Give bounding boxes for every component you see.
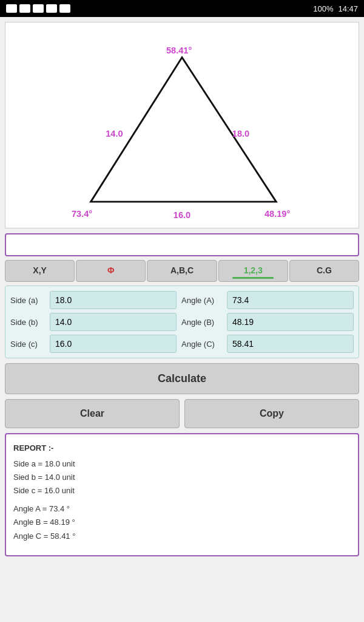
calculate-button[interactable]: Calculate <box>5 363 359 394</box>
angle-c-input[interactable] <box>227 335 354 353</box>
field-row-b: Side (b) Angle (B) <box>10 313 354 331</box>
side-a-input[interactable] <box>50 291 177 309</box>
time-display: 14:47 <box>338 4 358 13</box>
tab-row: X,Y Φ A,B,C 1,2,3 C.G <box>5 260 359 282</box>
battery-indicator: 100% <box>313 4 333 13</box>
status-icon-1 <box>6 4 17 13</box>
tab-xy[interactable]: X,Y <box>5 260 75 282</box>
side-b-label: Side (b) <box>10 318 50 327</box>
triangle-diagram: 58.41° 14.0 18.0 16.0 73.4° 48.19° <box>5 22 359 228</box>
angle-bottom-left-label: 73.4° <box>72 209 92 219</box>
status-bar: 100% 14:47 <box>0 0 364 17</box>
side-a-label: Side (a) <box>10 296 50 305</box>
side-right-label: 18.0 <box>232 129 249 138</box>
tab-cg[interactable]: C.G <box>289 260 359 282</box>
report-side-b: Sied b = 14.0 unit <box>13 471 351 484</box>
report-angle-c: Angle C = 58.41 ° <box>13 530 351 543</box>
report-side-c: Side c = 16.0 unit <box>13 484 351 497</box>
clear-button[interactable]: Clear <box>5 399 180 428</box>
input-bar[interactable] <box>5 233 359 256</box>
side-b-input[interactable] <box>50 313 177 331</box>
status-icons <box>6 4 70 13</box>
report-section-sides: Side a = 18.0 unit Sied b = 14.0 unit Si… <box>13 457 351 497</box>
report-angle-b: Angle B = 48.19 ° <box>13 516 351 529</box>
angle-bottom-right-label: 48.19° <box>265 209 290 219</box>
report-section-angles: Angle A = 73.4 ° Angle B = 48.19 ° Angle… <box>13 502 351 542</box>
side-left-label: 14.0 <box>106 129 123 138</box>
angle-b-input[interactable] <box>227 313 354 331</box>
report-title: REPORT :- <box>13 442 351 455</box>
side-c-input[interactable] <box>50 335 177 353</box>
status-icon-2 <box>19 4 30 13</box>
tab-abc[interactable]: A,B,C <box>147 260 217 282</box>
angle-a-input[interactable] <box>227 291 354 309</box>
field-row-a: Side (a) Angle (A) <box>10 291 354 309</box>
report-side-a: Side a = 18.0 unit <box>13 457 351 471</box>
report-angle-a: Angle A = 73.4 ° <box>13 502 351 516</box>
status-icon-4 <box>46 4 57 13</box>
action-row: Clear Copy <box>5 399 359 428</box>
side-bottom-label: 16.0 <box>174 210 190 220</box>
report-box: REPORT :- Side a = 18.0 unit Sied b = 14… <box>5 433 359 556</box>
tab-123[interactable]: 1,2,3 <box>218 260 288 282</box>
status-icon-5 <box>59 4 70 13</box>
angle-c-label: Angle (C) <box>181 340 227 349</box>
main-content: 58.41° 14.0 18.0 16.0 73.4° 48.19° X,Y Φ… <box>0 17 364 561</box>
angle-a-label: Angle (A) <box>181 296 227 305</box>
angle-b-label: Angle (B) <box>181 318 227 327</box>
fields-grid: Side (a) Angle (A) Side (b) Angle (B) Si… <box>5 285 359 358</box>
side-c-label: Side (c) <box>10 340 50 349</box>
field-row-c: Side (c) Angle (C) <box>10 335 354 353</box>
status-icon-3 <box>33 4 44 13</box>
angle-top-label: 58.41° <box>166 46 192 55</box>
copy-button[interactable]: Copy <box>184 399 359 428</box>
tab-phi[interactable]: Φ <box>76 260 146 282</box>
